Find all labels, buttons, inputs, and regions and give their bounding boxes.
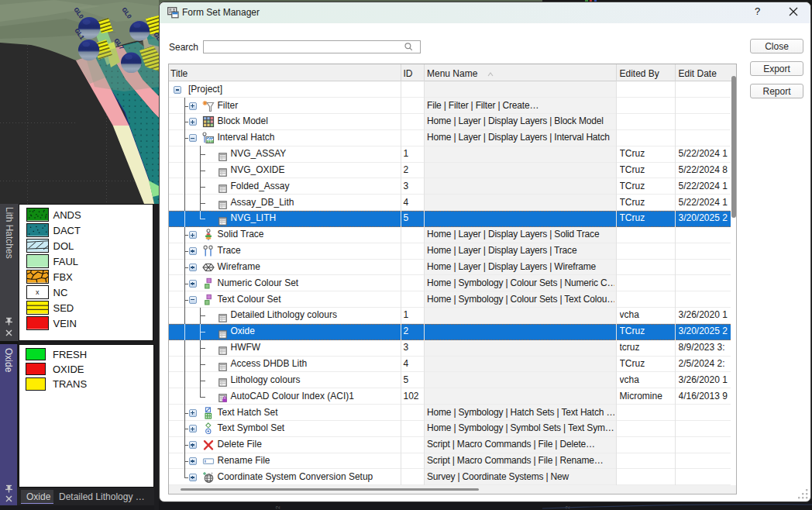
svg-text:x: x xyxy=(36,289,40,297)
